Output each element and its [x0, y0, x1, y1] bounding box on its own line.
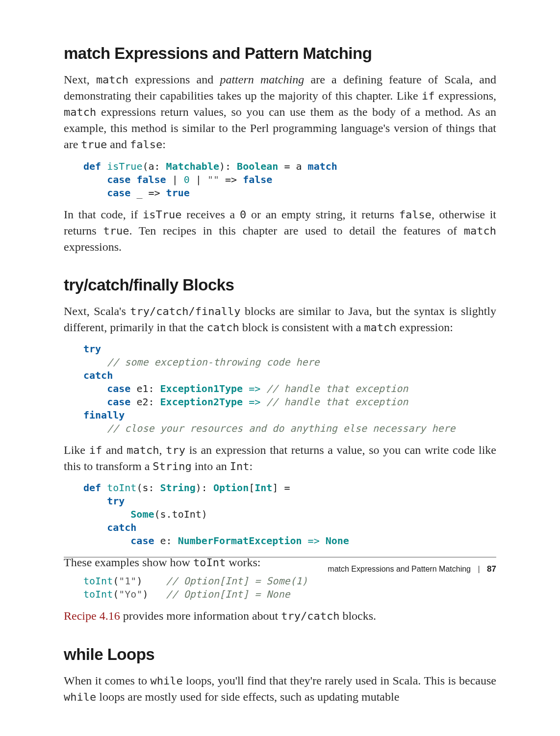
footer-section-title: match Expressions and Pattern Matching	[328, 565, 471, 573]
inline-code: try	[166, 444, 185, 456]
inline-code: try/catch	[281, 610, 339, 622]
code-block-trycatch: try // some exception-throwing code here…	[83, 342, 496, 435]
inline-code: match	[364, 321, 396, 334]
inline-code: Int	[230, 460, 250, 473]
inline-code: try/catch/finally	[130, 305, 240, 317]
inline-code: match	[96, 74, 128, 86]
footer-rule	[64, 557, 496, 557]
paragraph: Like if and match, try is an expression …	[64, 442, 496, 474]
code-block-istrue: def isTrue(a: Matchable): Boolean = a ma…	[83, 160, 496, 200]
inline-code: true	[81, 138, 107, 151]
paragraph: When it comes to while loops, you'll fin…	[64, 673, 496, 705]
paragraph: Next, Scala's try/catch/finally blocks a…	[64, 303, 496, 336]
inline-code: 0	[240, 209, 246, 221]
heading-try-catch-finally: try/catch/finally Blocks	[64, 276, 496, 294]
inline-code: match	[464, 225, 496, 237]
inline-code: match	[127, 444, 159, 456]
code-block-toint: def toInt(s: String): Option[Int] = try …	[83, 481, 496, 548]
inline-code: false	[130, 138, 162, 151]
heading-match-expressions: match Expressions and Pattern Matching	[64, 44, 496, 63]
paragraph: Recipe 4.16 provides more information ab…	[64, 608, 496, 624]
inline-code: if	[422, 90, 435, 102]
recipe-link[interactable]: Recipe 4.16	[64, 609, 120, 622]
inline-code: match	[64, 106, 96, 118]
inline-code: while	[64, 691, 96, 703]
heading-while-loops: while Loops	[64, 645, 496, 664]
italic-term: pattern matching	[220, 73, 304, 86]
inline-code: if	[89, 444, 102, 456]
inline-code: true	[103, 225, 129, 237]
code-block-toint-examples: toInt("1") // Option[Int] = Some(1) toIn…	[83, 575, 496, 601]
inline-code: String	[153, 460, 191, 473]
page-content: match Expressions and Pattern Matching N…	[64, 44, 496, 712]
inline-code: isTrue	[143, 209, 181, 221]
page-footer: match Expressions and Pattern Matching |…	[64, 557, 496, 574]
footer-separator: |	[478, 565, 480, 573]
inline-code: false	[399, 209, 432, 221]
inline-code: while	[151, 675, 183, 687]
paragraph: Next, match expressions and pattern matc…	[64, 72, 496, 153]
inline-code: catch	[206, 321, 239, 334]
page-number: 87	[487, 564, 496, 574]
paragraph: In that code, if isTrue receives a 0 or …	[64, 207, 496, 255]
